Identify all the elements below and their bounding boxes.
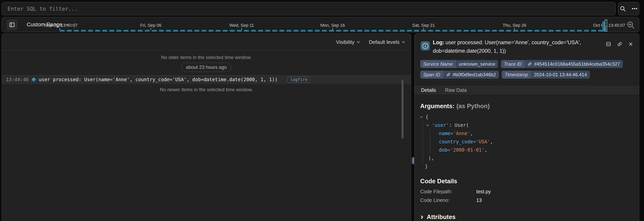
copy-link-icon[interactable] xyxy=(617,41,622,47)
timeline-tick-label: Oct 01, 13:45:07 xyxy=(593,23,625,28)
code-line: ), xyxy=(420,154,633,162)
panel-left-icon xyxy=(9,22,15,28)
list-panel-header: Visibility Default levels xyxy=(2,34,411,51)
log-row[interactable]: 13:44:46 user processed: User(name='Anne… xyxy=(2,75,411,84)
code-lineno-label: Code Lineno: xyxy=(420,196,476,205)
no-newer-items-text: No newer items in the selected time wind… xyxy=(2,87,411,92)
badge-label: Timestamp xyxy=(502,71,531,79)
code-filepath-row: Code Filepath: test.py xyxy=(420,187,633,196)
zoom-in-icon[interactable] xyxy=(626,21,635,30)
detail-title-prefix: Log: xyxy=(433,39,444,45)
detail-title-text: user processed: User(name='Anne', countr… xyxy=(433,39,581,54)
search-icon[interactable] xyxy=(620,5,626,12)
default-levels-dropdown[interactable]: Default levels xyxy=(369,39,404,45)
sql-filter-bar xyxy=(2,2,616,15)
metadata-badge[interactable]: Trace ID#454514c0168a455a51bb4ceba354c32… xyxy=(501,60,623,68)
timeline-tick-label: Wed, Sep 11 xyxy=(229,23,254,28)
badge-value: 2024-10-01 13:44:46.414 xyxy=(531,71,590,79)
badge-label: Trace ID xyxy=(501,60,524,68)
sidebar-toggle-button[interactable] xyxy=(7,19,17,30)
collapse-chevron-icon[interactable] xyxy=(420,115,422,118)
badge-value: #454514c0168a455a51bb4ceba354c327 xyxy=(524,60,623,68)
metadata-badges: Service Nameunknown_serviceTrace ID#4545… xyxy=(420,60,634,79)
attributes-heading: Attributes xyxy=(427,214,456,221)
code-filepath-value: test.py xyxy=(476,187,491,196)
badge-label: Span ID xyxy=(420,71,443,79)
log-time: 13:44:46 xyxy=(6,77,29,82)
code-line: 'user': User( xyxy=(420,121,633,129)
timeline-histogram-baseline[interactable] xyxy=(60,30,606,31)
code-filepath-label: Code Filepath: xyxy=(420,187,476,196)
search-actions xyxy=(618,2,639,15)
badge-value: #b0f0d9ed1ab346b2 xyxy=(443,71,499,79)
visibility-label: Visibility xyxy=(336,39,354,45)
chevron-down-icon xyxy=(357,40,360,43)
link-icon xyxy=(446,72,451,77)
chevron-down-icon xyxy=(402,40,405,43)
timeline-tick-label: Sat, Sep 21 xyxy=(412,23,435,28)
badge-value: unknown_service xyxy=(456,60,498,68)
code-line: name='Anne', xyxy=(420,129,633,138)
log-list-panel: Visibility Default levels No older items… xyxy=(2,33,411,221)
timeline-tick-label: Thu, Sep 26 xyxy=(503,23,526,28)
code-line: country_code='USA', xyxy=(420,138,633,146)
code-line: { xyxy=(420,113,633,121)
badge-label: Service Name xyxy=(420,60,456,68)
scrollbar-thumb[interactable] xyxy=(402,80,404,139)
timeline-tick-label: Sep 01, 13:40:07 xyxy=(44,23,78,28)
tab-details[interactable]: Details xyxy=(421,87,436,93)
log-tag[interactable]: logfire xyxy=(287,76,310,83)
code-block: {'user': User(name='Anne',country_code='… xyxy=(420,113,633,171)
log-detail-panel: Log:user processed: User(name='Anne', co… xyxy=(414,33,639,221)
metadata-badge[interactable]: Service Nameunknown_service xyxy=(420,60,498,68)
sql-filter-input[interactable] xyxy=(2,6,615,12)
split-view-icon[interactable] xyxy=(606,41,611,47)
tab-raw-data[interactable]: Raw Data xyxy=(445,87,467,93)
more-options-icon[interactable] xyxy=(631,5,638,12)
log-message: user processed: User(name='Anne', countr… xyxy=(39,77,278,82)
visibility-dropdown[interactable]: Visibility xyxy=(336,39,359,45)
attributes-section-toggle[interactable]: Attributes xyxy=(420,214,633,221)
info-icon xyxy=(420,41,430,50)
metadata-badge[interactable]: Timestamp2024-10-01 13:44:46.414 xyxy=(502,71,590,79)
timeline-tick-label: Mon, Sep 16 xyxy=(320,23,345,28)
no-older-items-text: No older items in the selected time wind… xyxy=(2,55,411,60)
metadata-badge[interactable]: Span ID#b0f0d9ed1ab346b2 xyxy=(420,71,499,79)
close-icon[interactable] xyxy=(628,41,633,47)
timeline-selection[interactable] xyxy=(605,20,607,31)
code-line: } xyxy=(420,162,633,171)
detail-tabs: Details Raw Data xyxy=(415,86,639,95)
log-level-diamond-icon xyxy=(31,77,36,82)
code-lineno-row: Code Lineno: 13 xyxy=(420,196,633,205)
detail-title: Log:user processed: User(name='Anne', co… xyxy=(433,38,596,55)
collapse-chevron-icon[interactable] xyxy=(426,124,429,126)
timeline-bar: Custom Range Sep 01, 13:40:07 Fri, Sep 0… xyxy=(2,17,639,32)
code-lineno-value: 13 xyxy=(476,196,482,205)
link-icon xyxy=(528,62,532,66)
chevron-right-icon xyxy=(420,215,423,219)
arguments-subheading: (as Python) xyxy=(456,103,490,110)
default-levels-label: Default levels xyxy=(369,39,400,45)
code-line: dob='2000-01-01', xyxy=(420,146,633,154)
arguments-heading: Arguments:(as Python) xyxy=(420,103,633,110)
timeline-tick-label: Fri, Sep 06 xyxy=(140,23,162,28)
time-ago-badge[interactable]: about 23 hours ago xyxy=(181,62,232,72)
code-details-heading: Code Details xyxy=(420,178,633,185)
